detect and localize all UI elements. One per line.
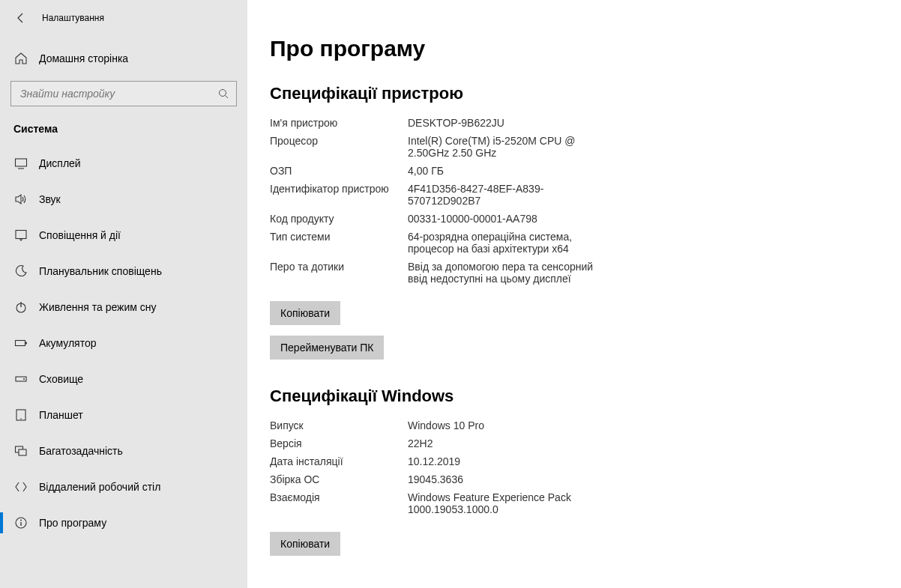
svg-rect-8 xyxy=(25,342,27,345)
spec-row: Код продукту 00331-10000-00001-AA798 xyxy=(270,213,879,225)
sidebar-item-focus-assist[interactable]: Планувальник сповіщень xyxy=(0,253,247,289)
spec-row: Перо та дотики Ввід за допомогою пера та… xyxy=(270,261,879,285)
multitask-icon xyxy=(13,444,28,458)
spec-row: Збірка ОС 19045.3636 xyxy=(270,473,879,485)
sidebar-item-label: Дисплей xyxy=(39,157,81,169)
svg-rect-14 xyxy=(19,449,26,455)
spec-label: Взаємодія xyxy=(270,491,408,515)
sidebar-item-label: Живлення та режим сну xyxy=(39,301,157,313)
sidebar-item-label: Про програму xyxy=(39,517,106,529)
spec-row: Ім'я пристрою DESKTOP-9B622JU xyxy=(270,117,879,129)
spec-value: 19045.3636 xyxy=(408,473,463,485)
spec-label: Процесор xyxy=(270,135,408,159)
spec-value: 22H2 xyxy=(408,437,433,449)
sidebar-item-label: Звук xyxy=(39,193,61,205)
arrow-left-icon xyxy=(15,12,27,24)
nav-list: Дисплей Звук Сповіщення й дії Планувальн… xyxy=(0,145,247,541)
spec-row: Дата інсталяції 10.12.2019 xyxy=(270,455,879,467)
display-icon xyxy=(13,157,28,170)
svg-rect-4 xyxy=(16,231,26,239)
spec-value: Intel(R) Core(TM) i5-2520M CPU @ 2.50GHz… xyxy=(408,135,610,159)
tablet-icon xyxy=(13,408,28,422)
spec-row: Тип системи 64-розрядна операційна систе… xyxy=(270,231,879,255)
notifications-icon xyxy=(13,228,28,242)
spec-value: Windows Feature Experience Pack 1000.190… xyxy=(408,491,610,515)
spec-label: Версія xyxy=(270,437,408,449)
svg-point-12 xyxy=(20,418,22,419)
sidebar-item-label: Сповіщення й дії xyxy=(39,229,121,241)
search-wrap xyxy=(0,75,247,109)
page-title: Про програму xyxy=(270,36,879,61)
sidebar-item-multitasking[interactable]: Багатозадачність xyxy=(0,433,247,469)
spec-row: Випуск Windows 10 Pro xyxy=(270,419,879,431)
spec-row: Версія 22H2 xyxy=(270,437,879,449)
svg-rect-7 xyxy=(16,341,25,346)
search-input[interactable] xyxy=(11,88,236,100)
header-row: Налаштування xyxy=(0,0,247,36)
copy-device-specs-button[interactable]: Копіювати xyxy=(270,301,340,325)
sidebar-item-notifications[interactable]: Сповіщення й дії xyxy=(0,217,247,253)
windows-spec-title: Специфікації Windows xyxy=(270,387,879,406)
spec-row: Процесор Intel(R) Core(TM) i5-2520M CPU … xyxy=(270,135,879,159)
svg-rect-2 xyxy=(16,159,27,166)
spec-value: 64-розрядна операційна система, процесор… xyxy=(408,231,610,255)
sidebar-item-label: Планшет xyxy=(39,409,83,421)
sidebar-item-label: Віддалений робочий стіл xyxy=(39,481,160,493)
sidebar-item-display[interactable]: Дисплей xyxy=(0,145,247,181)
info-icon xyxy=(13,516,28,530)
spec-value: 4F41D356-8427-48EF-A839-570712D902B7 xyxy=(408,183,610,207)
spec-value: Windows 10 Pro xyxy=(408,419,484,431)
sidebar-item-power[interactable]: Живлення та режим сну xyxy=(0,289,247,325)
spec-value: 4,00 ГБ xyxy=(408,165,444,177)
spec-label: Тип системи xyxy=(270,231,408,255)
sidebar-item-tablet[interactable]: Планшет xyxy=(0,397,247,433)
search-box[interactable] xyxy=(10,81,237,106)
svg-point-10 xyxy=(23,378,25,380)
device-specs: Ім'я пристрою DESKTOP-9B622JU Процесор I… xyxy=(270,117,879,285)
copy-windows-specs-button[interactable]: Копіювати xyxy=(270,532,340,556)
spec-label: Код продукту xyxy=(270,213,408,225)
sidebar-home[interactable]: Домашня сторінка xyxy=(0,42,247,75)
main-content: Про програму Специфікації пристрою Ім'я … xyxy=(247,0,901,588)
svg-line-1 xyxy=(226,96,229,99)
sidebar: Налаштування Домашня сторінка Система Ди… xyxy=(0,0,247,588)
battery-icon xyxy=(13,336,28,350)
sidebar-item-battery[interactable]: Акумулятор xyxy=(0,325,247,361)
remote-icon xyxy=(13,480,28,494)
spec-label: ОЗП xyxy=(270,165,408,177)
sidebar-item-label: Планувальник сповіщень xyxy=(39,265,162,277)
sound-icon xyxy=(13,193,28,206)
spec-label: Випуск xyxy=(270,419,408,431)
sidebar-item-label: Сховище xyxy=(39,373,83,385)
spec-value: Ввід за допомогою пера та сенсорний ввід… xyxy=(408,261,610,285)
spec-label: Ідентифікатор пристрою xyxy=(270,183,408,207)
search-icon xyxy=(218,88,229,99)
spec-value: 10.12.2019 xyxy=(408,455,460,467)
back-button[interactable] xyxy=(6,3,36,33)
spec-value: DESKTOP-9B622JU xyxy=(408,117,504,129)
sidebar-item-label: Акумулятор xyxy=(39,337,97,349)
spec-row: Взаємодія Windows Feature Experience Pac… xyxy=(270,491,879,515)
storage-icon xyxy=(13,372,28,386)
spec-label: Збірка ОС xyxy=(270,473,408,485)
sidebar-home-label: Домашня сторінка xyxy=(39,52,128,64)
home-icon xyxy=(13,52,28,65)
svg-point-0 xyxy=(220,90,226,97)
spec-value: 00331-10000-00001-AA798 xyxy=(408,213,537,225)
window-title: Налаштування xyxy=(42,13,104,23)
spec-label: Ім'я пристрою xyxy=(270,117,408,129)
power-icon xyxy=(13,300,28,314)
device-spec-title: Специфікації пристрою xyxy=(270,84,879,103)
sidebar-item-remote-desktop[interactable]: Віддалений робочий стіл xyxy=(0,469,247,505)
sidebar-item-sound[interactable]: Звук xyxy=(0,181,247,217)
spec-label: Перо та дотики xyxy=(270,261,408,285)
rename-pc-button[interactable]: Перейменувати ПК xyxy=(270,336,384,360)
spec-row: Ідентифікатор пристрою 4F41D356-8427-48E… xyxy=(270,183,879,207)
spec-row: ОЗП 4,00 ГБ xyxy=(270,165,879,177)
moon-icon xyxy=(13,264,28,278)
spec-label: Дата інсталяції xyxy=(270,455,408,467)
sidebar-item-about[interactable]: Про програму xyxy=(0,505,247,541)
sidebar-item-storage[interactable]: Сховище xyxy=(0,361,247,397)
windows-specs: Випуск Windows 10 Pro Версія 22H2 Дата і… xyxy=(270,419,879,515)
svg-point-16 xyxy=(20,520,22,521)
